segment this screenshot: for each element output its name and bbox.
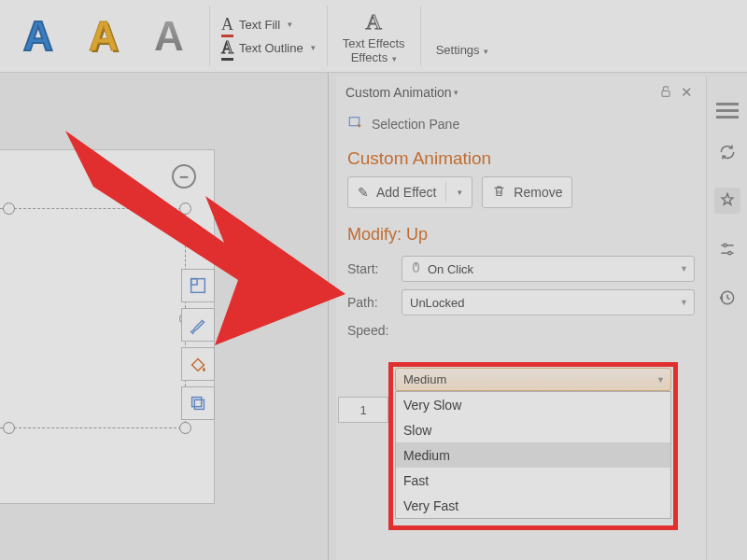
text-effects-button[interactable]: A Text Effects Effects ▾: [330, 0, 418, 72]
text-fill-label: Text Fill: [239, 18, 280, 32]
text-effects-sub: Effects: [351, 50, 388, 64]
start-label: Start:: [347, 261, 394, 276]
chevron-down-icon: ▾: [288, 20, 292, 29]
resize-handle-s[interactable]: [3, 422, 15, 434]
settings-button[interactable]: Settings ▾: [423, 0, 502, 72]
resize-handle-ne[interactable]: [179, 203, 191, 215]
text-outline-icon: A: [221, 38, 233, 58]
speed-option-slow[interactable]: Slow: [396, 417, 670, 442]
svg-point-12: [723, 244, 726, 246]
tool-layout[interactable]: [181, 269, 215, 302]
speed-option-very-fast[interactable]: Very Fast: [396, 493, 670, 518]
text-fill-button[interactable]: A Text Fill ▾: [221, 15, 316, 35]
chevron-down-icon: ▼: [656, 375, 665, 385]
add-effect-button[interactable]: ✎ Add Effect ▾: [347, 176, 472, 208]
chevron-down-icon: ▾: [482, 47, 489, 56]
wordart-style-gray[interactable]: A: [136, 4, 202, 69]
text-effects-label: Text Effects: [343, 36, 405, 50]
speed-option-very-slow[interactable]: Very Slow: [396, 392, 670, 417]
selection-pane-label: Selection Pane: [372, 117, 459, 132]
rail-sliders-icon[interactable]: [714, 236, 740, 262]
speed-option-fast[interactable]: Fast: [396, 468, 670, 493]
chevron-down-icon: ▾: [458, 188, 462, 197]
resize-handle-n[interactable]: [3, 203, 15, 215]
svg-rect-6: [662, 91, 669, 96]
rail-sync-icon[interactable]: [714, 139, 740, 165]
chevron-down-icon: ▾: [389, 54, 397, 63]
ribbon-separator: [420, 6, 421, 66]
speed-option-medium[interactable]: Medium: [396, 442, 670, 468]
rail-history-icon[interactable]: [714, 285, 740, 311]
remove-button[interactable]: Remove: [482, 176, 572, 208]
text-effects-icon: A: [365, 8, 381, 36]
chevron-down-icon[interactable]: ▾: [454, 88, 458, 97]
resize-handle-se[interactable]: [179, 422, 191, 434]
svg-rect-2: [191, 279, 205, 293]
wordart-style-blue[interactable]: A: [6, 4, 71, 69]
speed-value: Medium: [403, 372, 446, 386]
trash-icon: [492, 184, 506, 201]
pane-header: Custom Animation ▾ ✕: [336, 77, 706, 108]
text-outline-label: Text Outline: [239, 41, 303, 55]
start-value: On Click: [428, 262, 473, 276]
right-rail: [706, 77, 747, 560]
settings-label: Settings: [436, 43, 480, 57]
chevron-down-icon: ▼: [680, 264, 688, 273]
text-format-group: A Text Fill ▾ A Text Outline ▾: [212, 0, 325, 72]
tool-fill[interactable]: [181, 347, 215, 381]
svg-rect-5: [194, 399, 204, 409]
chevron-down-icon: ▾: [311, 43, 316, 52]
close-icon[interactable]: ✕: [676, 84, 697, 101]
ribbon-separator: [209, 6, 210, 66]
speed-combo[interactable]: Medium ▼: [395, 368, 671, 391]
start-combo[interactable]: On Click ▼: [402, 256, 695, 282]
chevron-down-icon: ▼: [680, 298, 688, 307]
path-value: UnLocked: [410, 296, 465, 310]
floating-toolbar: [181, 269, 215, 420]
tool-brush[interactable]: [181, 308, 215, 342]
svg-rect-3: [191, 279, 197, 285]
remove-label: Remove: [514, 185, 562, 200]
lock-icon[interactable]: [655, 84, 676, 102]
modify-title: Modify: Up: [336, 223, 706, 252]
add-effect-label: Add Effect: [376, 185, 436, 200]
pencil-icon: ✎: [358, 185, 369, 200]
svg-point-13: [727, 252, 730, 255]
selection-box[interactable]: － g: [0, 208, 186, 428]
path-label: Path:: [347, 295, 394, 310]
text-fill-icon: A: [221, 15, 233, 35]
collapse-handle[interactable]: －: [172, 164, 196, 189]
ribbon-separator: [327, 6, 328, 66]
pane-title: Custom Animation: [345, 85, 452, 100]
path-combo[interactable]: UnLocked ▼: [402, 289, 695, 315]
ribbon: A A A A Text Fill ▾ A Text Outline ▾ A T…: [0, 0, 747, 73]
speed-dropdown: Very Slow Slow Medium Fast Very Fast: [395, 391, 671, 519]
selection-pane-button[interactable]: Selection Pane: [336, 108, 706, 147]
wordart-style-gold[interactable]: A: [71, 4, 136, 69]
speed-label: Speed:: [347, 323, 394, 338]
selection-pane-icon: [347, 114, 364, 133]
wordart-gallery[interactable]: A A A: [0, 0, 207, 72]
hamburger-icon[interactable]: [716, 103, 739, 105]
slide-workspace: － g: [0, 73, 329, 560]
rail-animation-icon[interactable]: [714, 188, 740, 214]
text-outline-button[interactable]: A Text Outline ▾: [221, 38, 316, 58]
tool-shadow[interactable]: [181, 386, 215, 420]
slide-canvas[interactable]: － g: [0, 149, 215, 504]
section-title: Custom Animation: [336, 147, 706, 176]
mouse-icon: [410, 261, 422, 276]
svg-rect-4: [192, 398, 202, 407]
page-indicator: 1: [338, 397, 388, 423]
